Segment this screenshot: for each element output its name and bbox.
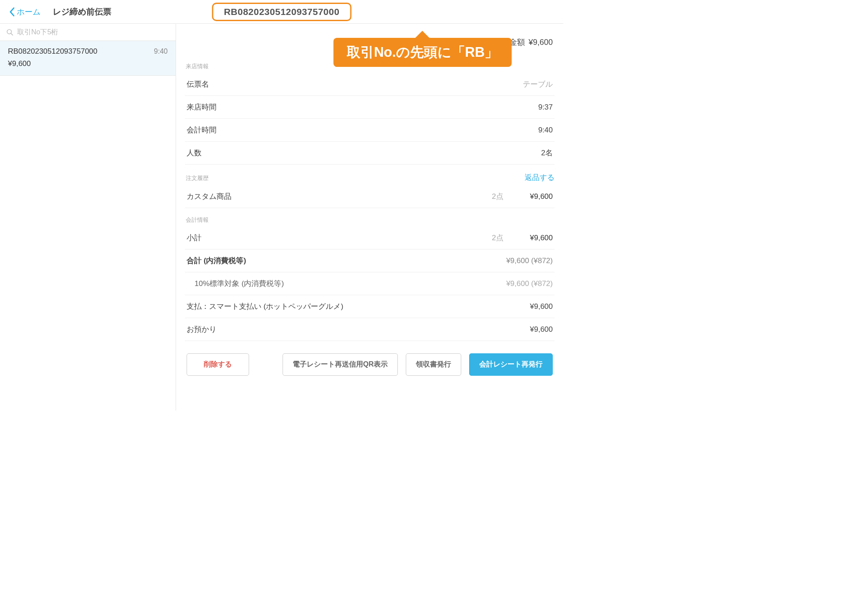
row-tax-10: 10%標準対象 (内消費税等)¥9,600 (¥872): [185, 272, 555, 295]
topbar: ホーム レジ締め前伝票 RB0820230512093757000: [0, 0, 563, 24]
list-item-amount: ¥9,600: [8, 59, 168, 68]
row-slip-name: 伝票名テーブル: [185, 73, 555, 96]
back-button[interactable]: ホーム: [0, 7, 40, 17]
section-orders-label: 注文履歴: [186, 174, 209, 182]
receipt-button[interactable]: 領収書発行: [406, 353, 461, 376]
detail-panel: 合計金額 ¥9,600 来店情報 伝票名テーブル 来店時間9:37 会計時間9:…: [176, 24, 563, 411]
section-orders-header: 注文履歴 返品する: [186, 172, 555, 183]
action-bar: 削除する 電子レシート再送信用QR表示 領収書発行 会計レシート再発行: [185, 341, 555, 376]
chevron-left-icon: [9, 7, 15, 17]
row-payment: 支払：スマート支払い (ホットペッパーグルメ)¥9,600: [185, 295, 555, 318]
annotation-text: 取引No.の先頭に「RB」: [334, 38, 512, 67]
transaction-id: RB0820230512093757000: [224, 7, 340, 17]
list-item-id: RB0820230512093757000: [8, 47, 97, 56]
grand-total-value: ¥9,600: [529, 38, 553, 47]
transaction-list-item[interactable]: RB0820230512093757000 9:40 ¥9,600: [0, 41, 176, 76]
row-visit-time: 来店時間9:37: [185, 96, 555, 119]
row-order-item: カスタム商品 2点¥9,600: [185, 185, 555, 208]
svg-line-1: [11, 33, 13, 35]
transaction-id-box: RB0820230512093757000: [212, 3, 352, 21]
row-deposit: お預かり¥9,600: [185, 318, 555, 341]
section-account-label: 会計情報: [186, 216, 555, 224]
search-input[interactable]: [17, 28, 169, 36]
return-link[interactable]: 返品する: [525, 172, 555, 183]
reissue-button[interactable]: 会計レシート再発行: [469, 353, 553, 376]
delete-button[interactable]: 削除する: [187, 353, 249, 376]
search-icon: [6, 29, 14, 36]
search-box[interactable]: [0, 24, 176, 41]
row-subtotal: 小計 2点¥9,600: [185, 227, 555, 249]
back-label: ホーム: [17, 7, 40, 17]
sidebar: RB0820230512093757000 9:40 ¥9,600: [0, 24, 176, 411]
row-guests: 人数2名: [185, 142, 555, 165]
list-item-time: 9:40: [154, 48, 168, 55]
row-checkout-time: 会計時間9:40: [185, 119, 555, 142]
page-title: レジ締め前伝票: [53, 6, 111, 18]
qr-button[interactable]: 電子レシート再送信用QR表示: [283, 353, 398, 376]
annotation-callout: 取引No.の先頭に「RB」: [334, 31, 512, 67]
row-total: 合計 (内消費税等)¥9,600 (¥872): [185, 249, 555, 272]
